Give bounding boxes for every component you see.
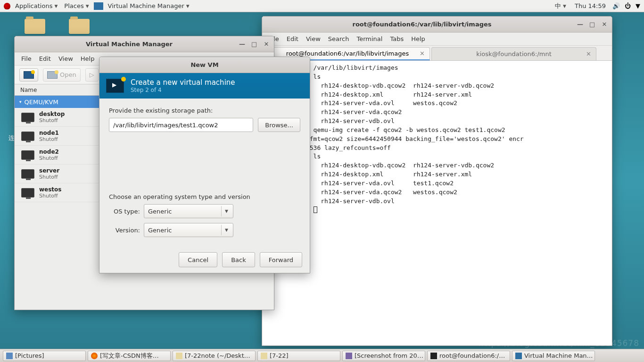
minimize-icon[interactable]: — [239, 41, 245, 48]
close-icon[interactable]: ✕ [602, 21, 607, 28]
newvm-dialog: New VM Create a new virtual machine Step… [99, 57, 310, 273]
newvm-heading: Create a new virtual machine [131, 78, 235, 87]
vm-name: westos [39, 186, 62, 193]
window-icon [6, 353, 13, 359]
version-combo[interactable]: Generic▼ [144, 223, 233, 237]
monitor-icon [47, 71, 58, 79]
vmm-icon [515, 353, 522, 359]
terminal-tabbar: root@foundation6:/var/lib/libvirt/images… [262, 46, 612, 61]
places-menu[interactable]: Places▼ [62, 1, 91, 11]
ime-indicator[interactable]: 中▼ [553, 0, 568, 12]
vmm-title: Virtual Machine Manager [19, 41, 239, 48]
vm-name: node2 [39, 148, 59, 155]
close-icon[interactable]: ✕ [264, 41, 269, 48]
expand-icon: ▾ [19, 99, 22, 104]
app-menu[interactable]: Virtual Machine Manager▼ [106, 1, 191, 11]
gedit-icon [176, 353, 182, 359]
monitor-icon [21, 150, 34, 160]
version-label: Version: [109, 227, 140, 234]
newvm-title: New VM [104, 61, 305, 68]
vmm-titlebar[interactable]: Virtual Machine Manager — □ ✕ [15, 36, 274, 52]
task-pictures[interactable]: [Pictures] [3, 351, 86, 361]
terminal-window: root@foundation6:/var/lib/libvirt/images… [262, 16, 612, 346]
top-panel: Applications▼ Places▼ Virtual Machine Ma… [0, 0, 644, 12]
vm-name: node1 [39, 130, 59, 136]
vm-state: Shutoff [39, 193, 62, 199]
task-terminal[interactable]: root@foundation6:/… [427, 351, 510, 361]
vmm-app-icon [94, 2, 103, 10]
clock[interactable]: Thu 14:59 [573, 1, 608, 11]
menu-search[interactable]: Search [328, 35, 349, 42]
terminal-title: root@foundation6:/var/lib/libvirt/images [267, 21, 577, 28]
maximize-icon[interactable]: □ [251, 41, 257, 48]
newvm-step: Step 2 of 4 [131, 87, 235, 93]
vm-state: Shutoff [39, 117, 65, 123]
distro-logo-icon [4, 3, 10, 9]
monitor-icon [21, 113, 34, 122]
newvm-banner-icon [106, 79, 124, 93]
terminal-text: ion6 mnt]# cd /var/lib/libvirt/images io… [262, 64, 612, 214]
applications-menu[interactable]: Applications▼ [13, 1, 59, 11]
task-screenshot[interactable]: [Screenshot from 20… [342, 351, 425, 361]
menu-view[interactable]: View [306, 35, 321, 42]
menu-help[interactable]: Help [411, 35, 425, 42]
forward-button[interactable]: Forward [260, 252, 302, 267]
power-icon[interactable]: ⏻ [625, 2, 631, 9]
os-heading: Choose an operating system type and vers… [109, 193, 300, 200]
terminal-output[interactable]: ion6 mnt]# cd /var/lib/libvirt/images io… [262, 61, 612, 346]
os-type-label: OS type: [109, 208, 140, 215]
vm-state: Shutoff [39, 136, 59, 142]
image-icon [346, 353, 352, 359]
menu-tabs[interactable]: Tabs [390, 35, 404, 42]
vm-name: server [39, 167, 59, 174]
firefox-icon [91, 353, 98, 359]
storage-path-input[interactable] [109, 118, 253, 132]
menu-view[interactable]: View [58, 55, 73, 62]
menu-edit[interactable]: Edit [39, 55, 51, 62]
monitor-icon [21, 132, 34, 141]
task-vmm[interactable]: Virtual Machine Man… [512, 351, 595, 361]
terminal-tab-inactive[interactable]: kiosk@foundation6:/mnt✕ [431, 47, 596, 60]
desktop-folder-2[interactable] [66, 19, 92, 36]
open-vm-button[interactable]: Open [43, 68, 81, 82]
browse-button[interactable]: Browse... [258, 118, 300, 132]
watermark-text: https://blog.csdn.net/xixi_12345678 [479, 338, 639, 348]
monitor-new-icon [24, 71, 34, 79]
gedit-icon [261, 353, 267, 359]
desktop-folder-1[interactable] [22, 19, 48, 36]
task-gedit[interactable]: [7-22note (~/Deskt… [173, 351, 256, 361]
vm-name: desktop [39, 111, 65, 117]
terminal-titlebar[interactable]: root@foundation6:/var/lib/libvirt/images… [262, 16, 612, 33]
maximize-icon[interactable]: □ [589, 21, 595, 28]
run-button[interactable]: ▷ [85, 68, 99, 82]
task-gedit2[interactable]: [7-22] [257, 351, 340, 361]
terminal-icon [430, 353, 437, 359]
back-button[interactable]: Back [222, 252, 255, 267]
menu-terminal[interactable]: Terminal [356, 35, 382, 42]
tab-close-icon[interactable]: ✕ [420, 50, 425, 57]
vm-state: Shutoff [39, 174, 59, 180]
chevron-down-icon: ▼ [221, 206, 231, 216]
menu-file[interactable]: File [21, 55, 32, 62]
newvm-titlebar[interactable]: New VM [99, 57, 310, 73]
new-vm-button[interactable] [19, 68, 38, 82]
monitor-icon [21, 188, 34, 197]
cancel-button[interactable]: Cancel [179, 252, 217, 267]
terminal-menubar: File Edit View Search Terminal Tabs Help [262, 33, 612, 46]
menu-help[interactable]: Help [81, 55, 95, 62]
chevron-down-icon: ▼ [221, 225, 231, 235]
os-type-combo[interactable]: Generic▼ [144, 204, 233, 218]
storage-path-label: Provide the existing storage path: [109, 107, 300, 114]
vm-state: Shutoff [39, 155, 59, 161]
taskbar: [Pictures] [写文章-CSDN博客… [7-22note (~/Des… [0, 349, 644, 362]
system-menu-arrow[interactable]: ▼ [636, 2, 640, 9]
volume-icon[interactable]: 🔊 [612, 2, 620, 9]
newvm-banner: Create a new virtual machine Step 2 of 4 [99, 73, 310, 99]
monitor-icon [21, 169, 34, 179]
menu-edit[interactable]: Edit [287, 35, 298, 42]
terminal-cursor [314, 206, 317, 213]
minimize-icon[interactable]: — [577, 21, 583, 28]
task-firefox[interactable]: [写文章-CSDN博客… [88, 351, 171, 361]
tab-close-icon[interactable]: ✕ [586, 50, 591, 58]
